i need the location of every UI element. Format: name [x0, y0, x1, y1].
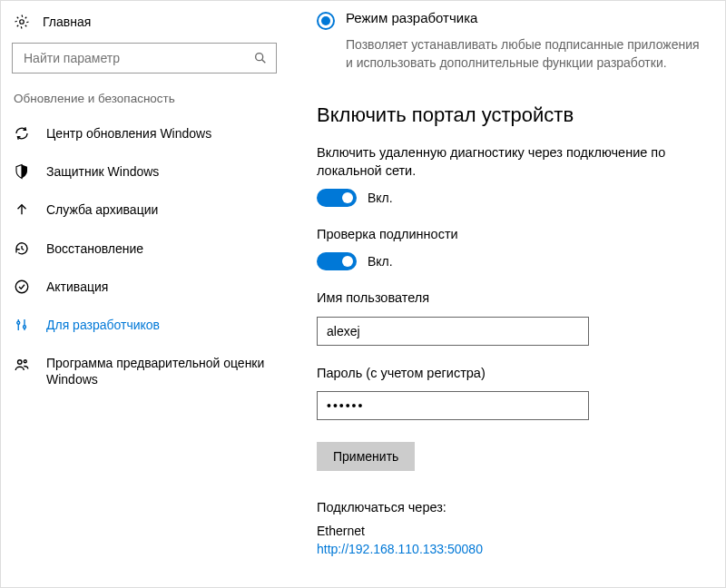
- svg-point-4: [15, 280, 28, 293]
- sidebar-item-insider[interactable]: Программа предварительной оценки Windows: [8, 344, 280, 398]
- svg-point-8: [24, 326, 26, 328]
- check-circle-icon: [14, 279, 30, 295]
- radio-selected-icon: [317, 12, 335, 30]
- search-input[interactable]: [22, 50, 252, 66]
- password-input[interactable]: ••••••: [317, 391, 589, 420]
- sidebar-item-label: Защитник Windows: [46, 163, 275, 180]
- connect-url-link[interactable]: http://192.168.110.133:50080: [317, 542, 700, 556]
- auth-state: Вкл.: [368, 254, 393, 269]
- auth-label: Проверка подлинности: [317, 225, 700, 243]
- sidebar-item-recovery[interactable]: Восстановление: [8, 230, 280, 268]
- svg-point-10: [24, 360, 26, 363]
- history-icon: [14, 240, 30, 257]
- username-label: Имя пользователя: [317, 289, 700, 307]
- connect-interface: Ethernet: [317, 524, 700, 538]
- gear-icon: [14, 14, 30, 30]
- sidebar-item-windows-update[interactable]: Центр обновления Windows: [8, 114, 280, 152]
- shield-icon: [14, 163, 30, 180]
- sidebar-item-label: Программа предварительной оценки Windows: [46, 355, 275, 387]
- developer-mode-radio[interactable]: Режим разработчика: [317, 10, 700, 30]
- auth-toggle[interactable]: [317, 252, 357, 270]
- remote-diag-toggle[interactable]: [317, 189, 357, 207]
- svg-point-1: [256, 54, 263, 61]
- sidebar-item-label: Восстановление: [46, 240, 275, 257]
- tools-icon: [14, 317, 30, 333]
- svg-point-0: [20, 20, 25, 24]
- svg-line-2: [262, 60, 266, 64]
- sidebar-item-label: Служба архивации: [46, 201, 275, 218]
- home-nav[interactable]: Главная: [8, 8, 280, 35]
- sidebar-item-defender[interactable]: Защитник Windows: [8, 152, 280, 191]
- sidebar-item-developers[interactable]: Для разработчиков: [8, 306, 280, 344]
- sidebar-item-label: Центр обновления Windows: [46, 125, 275, 142]
- sidebar-item-activation[interactable]: Активация: [8, 268, 280, 306]
- refresh-icon: [14, 125, 30, 142]
- radio-label: Режим разработчика: [346, 10, 477, 25]
- username-input[interactable]: alexej: [317, 317, 589, 346]
- svg-point-9: [18, 360, 23, 365]
- sidebar-item-label: Активация: [46, 279, 275, 295]
- apply-button[interactable]: Применить: [317, 442, 415, 471]
- upload-icon: [14, 201, 30, 218]
- device-portal-title: Включить портал устройств: [317, 103, 700, 127]
- sidebar-section-header: Обновление и безопасность: [8, 86, 280, 114]
- search-icon: [252, 50, 269, 66]
- remote-diag-state: Вкл.: [368, 191, 393, 205]
- content: Режим разработчика Позволяет устанавлива…: [288, 1, 725, 587]
- sidebar-item-backup[interactable]: Служба архивации: [8, 191, 280, 229]
- radio-description: Позволяет устанавливать любые подписанны…: [346, 35, 700, 73]
- sidebar-item-label: Для разработчиков: [46, 317, 275, 333]
- password-label: Пароль (с учетом регистра): [317, 364, 700, 382]
- connect-via-label: Подключаться через:: [317, 498, 700, 516]
- sidebar: Главная Обновление и безопасность Центр …: [1, 1, 288, 587]
- search-input-wrap[interactable]: [12, 43, 277, 74]
- svg-point-6: [17, 321, 20, 324]
- people-icon: [14, 357, 30, 373]
- remote-diag-label: Включить удаленную диагностику через под…: [317, 143, 700, 181]
- home-label: Главная: [43, 15, 91, 29]
